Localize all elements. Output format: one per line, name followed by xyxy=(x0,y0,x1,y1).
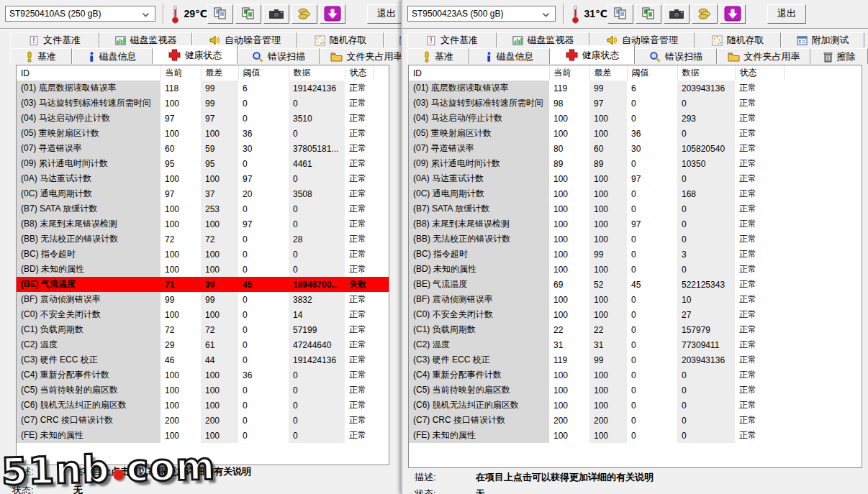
smart-attribute-row[interactable]: (BD) 未知的属性10010000正常 xyxy=(17,262,389,277)
smart-attribute-row[interactable]: (C3) 硬件 ECC 校正119990203943136正常 xyxy=(409,352,862,367)
tab-random-access[interactable]: 随机存取 xyxy=(297,32,384,47)
smart-attribute-row[interactable]: (04) 马达启动/停止计数979703510正常 xyxy=(17,111,389,126)
tab-extra-tests[interactable]: 附加测试 xyxy=(781,32,864,47)
tab-benchmark[interactable]: 基准 xyxy=(407,48,469,64)
tab-folder-usage[interactable]: 文件夹占用率 xyxy=(717,48,810,64)
smart-attribute-row[interactable]: (C2) 温度2961047244640正常 xyxy=(17,337,389,352)
tab-random-access[interactable]: 随机存取 xyxy=(695,32,781,47)
smart-attribute-row[interactable]: (C1) 负载周期数7272057199正常 xyxy=(17,322,389,337)
smart-attribute-row[interactable]: (BB) 无法校正的错误计数7272028正常 xyxy=(17,232,389,247)
smart-attribute-row[interactable]: (C5) 当前待映射的扇区数10010000正常 xyxy=(409,383,862,398)
smart-attribute-row[interactable]: (BD) 未知的属性10010000正常 xyxy=(409,262,862,277)
smart-attribute-row[interactable]: (B8) 末尾到末尾错误检测100100970正常 xyxy=(409,216,862,232)
download-button[interactable] xyxy=(720,4,746,24)
smart-attribute-row[interactable]: (BE) 气流温度71394518946700...失败 xyxy=(17,277,389,292)
drive-select[interactable]: ST9500423AS (500 gB) xyxy=(407,6,556,22)
tab-erase[interactable]: 擦除 xyxy=(810,48,868,64)
cell-data: 105820540 xyxy=(677,141,735,156)
smart-attribute-row[interactable]: (C5) 当前待映射的扇区数10010000正常 xyxy=(17,383,389,398)
smart-attribute-row[interactable]: (0C) 通电周期计数1001000168正常 xyxy=(409,186,862,201)
smart-attribute-row[interactable]: (C2) 温度3131077309411正常 xyxy=(409,337,862,352)
smart-attribute-row[interactable]: (B7) SATA 放缓计数10010000正常 xyxy=(409,201,862,216)
smart-attribute-row[interactable]: (C3) 硬件 ECC 校正46440191424136正常 xyxy=(17,352,389,367)
smart-attribute-row[interactable]: (FE) 未知的属性10010000正常 xyxy=(409,428,862,443)
column-header-status[interactable]: 状态 xyxy=(345,65,374,81)
column-header-data[interactable]: 数据 xyxy=(289,65,345,81)
smart-attribute-row[interactable]: (C7) CRC 接口错误计数20020000正常 xyxy=(409,413,862,428)
smart-attribute-row[interactable]: (05) 重映射扇区计数100100360正常 xyxy=(409,126,862,141)
column-header-worst[interactable]: 最差 xyxy=(589,65,627,81)
smart-attribute-row[interactable]: (BF) 震动侦测错误率999903832正常 xyxy=(17,292,389,307)
column-header-worst[interactable]: 最差 xyxy=(201,65,238,81)
copy-text-button[interactable] xyxy=(607,4,633,24)
tab-file-benchmark[interactable]: !文件基准 xyxy=(10,32,99,47)
smart-attribute-row[interactable]: (09) 累计通电时间计数8989010350正常 xyxy=(409,156,862,171)
smart-attribute-row[interactable]: (C4) 重新分配事件计数10010000正常 xyxy=(409,367,862,383)
smart-attribute-row[interactable]: (C6) 脱机无法纠正的扇区数10010000正常 xyxy=(17,398,389,413)
smart-attribute-row[interactable]: (0A) 马达重试计数100100970正常 xyxy=(409,171,862,186)
donate-button[interactable] xyxy=(291,4,317,24)
exit-button[interactable]: 退出 xyxy=(367,4,406,24)
smart-attribute-row[interactable]: (03) 马达旋转到标准转速所需时间989700正常 xyxy=(409,96,862,111)
column-header-id[interactable]: ID xyxy=(409,65,549,81)
tab-folder-usage[interactable]: 文件夹占用率 xyxy=(320,48,413,64)
smart-attribute-row[interactable]: (05) 重映射扇区计数100100360正常 xyxy=(17,126,389,141)
drive-select[interactable]: ST9250410AS (250 gB) xyxy=(5,6,155,22)
cell-filler xyxy=(374,322,389,337)
cell-threshold: 0 xyxy=(238,383,289,398)
tab-error-scan[interactable]: 错误扫描 xyxy=(635,48,717,64)
column-header-status[interactable]: 状态 xyxy=(735,65,784,81)
smart-attribute-row[interactable]: (C1) 负载周期数22220157979正常 xyxy=(409,322,862,337)
smart-attribute-row[interactable]: (BF) 震动侦测错误率100100010正常 xyxy=(409,292,862,307)
copy-image-button[interactable] xyxy=(235,4,261,24)
smart-attribute-row[interactable]: (07) 寻道错误率60593037805181...正常 xyxy=(17,141,389,156)
smart-attribute-row[interactable]: (BC) 指令超时10010000正常 xyxy=(17,247,389,262)
smart-attribute-row[interactable]: (BE) 气流温度695245522125343正常 xyxy=(409,277,862,292)
cell-data: 0 xyxy=(289,126,345,141)
column-header-threshold[interactable]: 阈值 xyxy=(238,65,289,81)
smart-attribute-row[interactable]: (C4) 重新分配事件计数100100360正常 xyxy=(17,367,389,383)
copy-image-button[interactable] xyxy=(636,4,661,24)
column-header-data[interactable]: 数据 xyxy=(677,65,735,81)
cell-status: 正常 xyxy=(345,201,374,216)
cell-threshold: 0 xyxy=(627,428,677,443)
copy-text-button[interactable] xyxy=(207,4,233,24)
tab-health[interactable]: 健康状态 xyxy=(550,45,635,64)
cell-status: 正常 xyxy=(345,352,374,367)
column-header-threshold[interactable]: 阈值 xyxy=(627,65,677,81)
donate-button[interactable] xyxy=(692,4,718,24)
column-header-id[interactable]: ID xyxy=(17,65,161,81)
smart-attribute-row[interactable]: (07) 寻道错误率806030105820540正常 xyxy=(409,141,862,156)
smart-attribute-row[interactable]: (01) 底层数据读取错误率119996203943136正常 xyxy=(409,81,862,96)
smart-attribute-row[interactable]: (C0) 不安全关闭计数100100014正常 xyxy=(17,307,389,322)
column-header-current[interactable]: 当前 xyxy=(161,65,201,81)
smart-attribute-row[interactable]: (09) 累计通电时间计数959504461正常 xyxy=(17,156,389,171)
download-button[interactable] xyxy=(320,4,345,24)
smart-attribute-row[interactable]: (B7) SATA 放缓计数10025300正常 xyxy=(17,201,389,216)
cell-current: 100 xyxy=(549,262,589,277)
smart-attribute-row[interactable]: (04) 马达启动/停止计数1001000293正常 xyxy=(409,111,862,126)
smart-attribute-row[interactable]: (0C) 通电周期计数9737203508正常 xyxy=(17,186,389,201)
smart-attribute-row[interactable]: (C6) 脱机无法纠正的扇区数10010000正常 xyxy=(409,398,862,413)
tab-error-scan[interactable]: 错误扫描 xyxy=(238,48,320,64)
tab-disk-info[interactable]: 磁盘信息 xyxy=(72,48,153,64)
smart-attribute-row[interactable]: (C7) CRC 接口错误计数20020000正常 xyxy=(17,413,389,428)
smart-attribute-row[interactable]: (01) 底层数据读取错误率118996191424136正常 xyxy=(17,81,389,96)
column-header-current[interactable]: 当前 xyxy=(549,65,589,81)
screenshot-button[interactable] xyxy=(664,4,690,24)
cell-worst: 100 xyxy=(589,292,627,307)
smart-attribute-row[interactable]: (0A) 马达重试计数100100970正常 xyxy=(17,171,389,186)
smart-attribute-row[interactable]: (B8) 末尾到末尾错误检测100100970正常 xyxy=(17,216,389,232)
cell-status: 正常 xyxy=(345,292,374,307)
smart-attribute-row[interactable]: (BB) 无法校正的错误计数10010000正常 xyxy=(409,232,862,247)
tab-file-benchmark[interactable]: !文件基准 xyxy=(407,32,497,47)
smart-attribute-row[interactable]: (C0) 不安全关闭计数100100027正常 xyxy=(409,307,862,322)
tab-benchmark[interactable]: 基准 xyxy=(10,48,72,64)
smart-attribute-row[interactable]: (03) 马达旋转到标准转速所需时间1009900正常 xyxy=(17,96,389,111)
screenshot-button[interactable] xyxy=(263,4,289,24)
smart-attribute-row[interactable]: (FE) 未知的属性10010000正常 xyxy=(17,428,389,443)
tab-health[interactable]: 健康状态 xyxy=(153,45,238,64)
smart-attribute-row[interactable]: (BC) 指令超时1009903正常 xyxy=(409,247,862,262)
exit-button[interactable]: 退出 xyxy=(767,4,806,24)
tab-disk-info[interactable]: 磁盘信息 xyxy=(469,48,550,64)
